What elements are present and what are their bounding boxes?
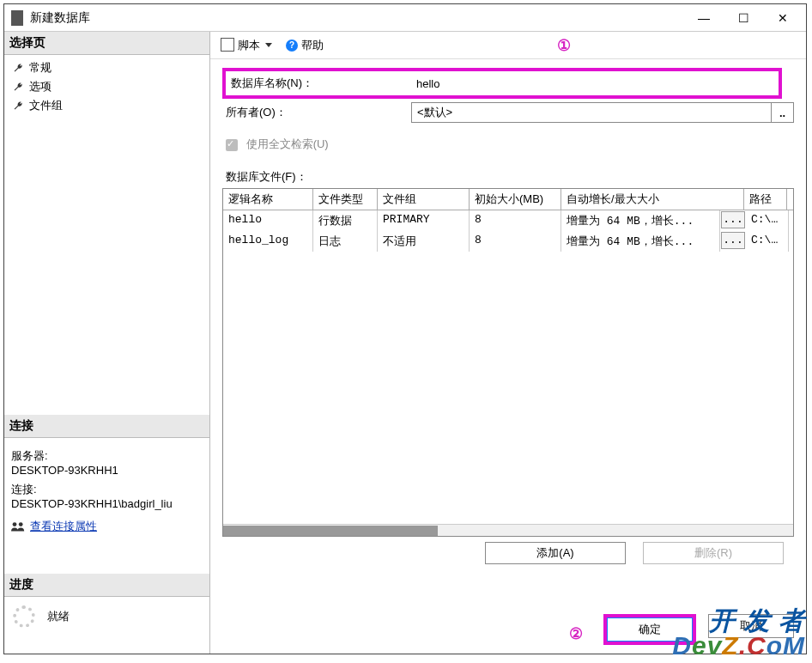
col-logical-name[interactable]: 逻辑名称 bbox=[223, 189, 313, 210]
col-filegroup[interactable]: 文件组 bbox=[378, 189, 470, 210]
grid-body: hello 行数据 PRIMARY 8 增量为 64 MB，增长... ... … bbox=[223, 210, 793, 524]
minimize-button[interactable]: — bbox=[684, 5, 724, 31]
owner-input[interactable] bbox=[411, 102, 772, 123]
cell-group[interactable]: PRIMARY bbox=[378, 210, 470, 231]
script-button[interactable]: 脚本 bbox=[219, 36, 276, 55]
connection-header: 连接 bbox=[4, 415, 209, 438]
wrench-icon bbox=[13, 100, 24, 112]
view-props-link[interactable]: 查看连接属性 bbox=[30, 519, 97, 534]
connection-value: DESKTOP-93KRHH1\badgirl_liu bbox=[11, 497, 203, 510]
cell-path[interactable]: C:\Pr bbox=[746, 210, 789, 231]
script-label: 脚本 bbox=[238, 38, 260, 53]
sidebar-item-filegroups[interactable]: 文件组 bbox=[9, 96, 204, 115]
dialog-window: 新建数据库 — ☐ ✕ 选择页 常规 选项 文件组 bbox=[3, 3, 807, 654]
col-initial-size[interactable]: 初始大小(MB) bbox=[470, 189, 561, 210]
server-value: DESKTOP-93KRHH1 bbox=[11, 464, 203, 477]
titlebar: 新建数据库 — ☐ ✕ bbox=[4, 4, 806, 32]
ok-highlight: 确定 bbox=[603, 614, 696, 645]
close-button[interactable]: ✕ bbox=[763, 5, 803, 31]
window-title: 新建数据库 bbox=[30, 10, 684, 26]
connection-label: 连接: bbox=[11, 482, 203, 497]
ok-button[interactable]: 确定 bbox=[607, 617, 693, 642]
dbname-input[interactable] bbox=[411, 73, 777, 94]
cancel-label: 取消 bbox=[740, 618, 762, 634]
help-icon: ? bbox=[286, 40, 298, 52]
content-area: 数据库名称(N)： 所有者(O)： .. 使用全文检索(U) 数据库文件(F)： bbox=[210, 59, 806, 654]
annotation-two: ② bbox=[569, 624, 583, 643]
dialog-body: 选择页 常规 选项 文件组 连接 服务器: DESKTOP-93 bbox=[4, 32, 806, 654]
server-label: 服务器: bbox=[11, 448, 203, 464]
fulltext-checkbox bbox=[226, 139, 238, 151]
wrench-icon bbox=[13, 63, 24, 74]
svg-point-1 bbox=[19, 522, 23, 526]
col-path[interactable]: 路径 bbox=[744, 189, 787, 210]
cell-growth: 增量为 64 MB，增长... bbox=[561, 210, 720, 231]
progress-status: 就绪 bbox=[47, 609, 70, 624]
col-autogrow[interactable]: 自动增长/最大大小 bbox=[561, 189, 744, 210]
chevron-down-icon bbox=[265, 43, 272, 47]
progress-spinner-icon bbox=[13, 605, 35, 628]
ok-label: 确定 bbox=[639, 622, 661, 637]
table-row[interactable]: hello_log 日志 不适用 8 增量为 64 MB，增长... ... C… bbox=[223, 231, 793, 252]
view-connection-properties[interactable]: 查看连接属性 bbox=[11, 519, 203, 534]
cell-name[interactable]: hello_log bbox=[223, 231, 313, 252]
dbname-label: 数据库名称(N)： bbox=[227, 76, 411, 91]
sidebar-item-label: 选项 bbox=[29, 79, 52, 94]
files-grid[interactable]: 逻辑名称 文件类型 文件组 初始大小(MB) 自动增长/最大大小 路径 hell… bbox=[222, 188, 794, 537]
owner-label: 所有者(O)： bbox=[222, 105, 411, 120]
script-icon bbox=[222, 40, 234, 52]
progress-header: 进度 bbox=[4, 574, 209, 597]
wrench-icon bbox=[13, 82, 24, 93]
table-row[interactable]: hello 行数据 PRIMARY 8 增量为 64 MB，增长... ... … bbox=[223, 210, 793, 231]
cell-type[interactable]: 日志 bbox=[313, 231, 378, 252]
main-panel: 脚本 ? 帮助 ① 数据库名称(N)： 所有者(O)： bbox=[210, 32, 806, 654]
progress-panel: 就绪 bbox=[4, 597, 209, 636]
people-icon bbox=[11, 521, 25, 532]
dialog-buttons: 确定 取消 bbox=[603, 614, 794, 645]
cell-type[interactable]: 行数据 bbox=[313, 210, 378, 231]
remove-button-label: 删除(R) bbox=[694, 545, 732, 561]
grid-header: 逻辑名称 文件类型 文件组 初始大小(MB) 自动增长/最大大小 路径 bbox=[223, 189, 793, 210]
grid-buttons: 添加(A) 删除(R) bbox=[222, 537, 794, 569]
sidebar-item-options[interactable]: 选项 bbox=[9, 77, 204, 96]
cell-growth: 增量为 64 MB，增长... bbox=[561, 231, 720, 252]
window-controls: — ☐ ✕ bbox=[684, 5, 803, 31]
cell-path[interactable]: C:\Pr bbox=[746, 231, 789, 252]
help-label: 帮助 bbox=[301, 38, 324, 53]
dbname-highlight: 数据库名称(N)： bbox=[222, 68, 782, 99]
cell-group[interactable]: 不适用 bbox=[378, 231, 470, 252]
sidebar-item-general[interactable]: 常规 bbox=[9, 58, 204, 77]
annotation-one: ① bbox=[557, 36, 571, 55]
fulltext-row: 使用全文检索(U) bbox=[222, 137, 794, 152]
maximize-button[interactable]: ☐ bbox=[724, 5, 763, 31]
files-label: 数据库文件(F)： bbox=[222, 169, 794, 185]
cell-name[interactable]: hello bbox=[223, 210, 313, 231]
select-page-header: 选择页 bbox=[4, 32, 209, 55]
growth-browse-button[interactable]: ... bbox=[721, 211, 745, 228]
toolbar: 脚本 ? 帮助 ① bbox=[210, 32, 806, 59]
add-button-label: 添加(A) bbox=[536, 545, 573, 561]
scrollbar-thumb[interactable] bbox=[223, 526, 438, 536]
sidebar-item-label: 文件组 bbox=[29, 98, 63, 113]
sidebar-item-label: 常规 bbox=[29, 60, 52, 76]
owner-browse-button[interactable]: .. bbox=[772, 102, 794, 123]
connection-info: 服务器: DESKTOP-93KRHH1 连接: DESKTOP-93KRHH1… bbox=[4, 438, 209, 539]
cell-size[interactable]: 8 bbox=[470, 210, 561, 231]
sidebar: 选择页 常规 选项 文件组 连接 服务器: DESKTOP-93 bbox=[4, 32, 210, 654]
window-icon bbox=[11, 10, 23, 26]
growth-browse-button[interactable]: ... bbox=[721, 232, 745, 249]
fulltext-label: 使用全文检索(U) bbox=[246, 137, 329, 150]
owner-row: 所有者(O)： .. bbox=[222, 102, 794, 123]
page-list: 常规 选项 文件组 bbox=[4, 55, 209, 119]
help-button[interactable]: ? 帮助 bbox=[282, 36, 327, 55]
add-button[interactable]: 添加(A) bbox=[485, 542, 626, 564]
svg-point-0 bbox=[13, 522, 17, 526]
remove-button: 删除(R) bbox=[643, 542, 784, 564]
grid-horizontal-scrollbar[interactable] bbox=[223, 524, 793, 536]
cell-size[interactable]: 8 bbox=[470, 231, 561, 252]
cancel-button[interactable]: 取消 bbox=[708, 614, 794, 638]
col-file-type[interactable]: 文件类型 bbox=[313, 189, 378, 210]
